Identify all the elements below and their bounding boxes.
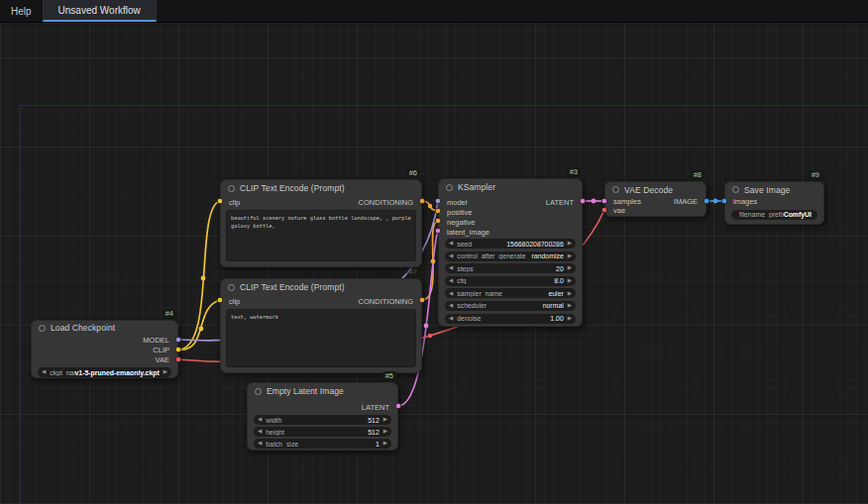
widget-value: 1.00	[550, 315, 563, 322]
node-title: Load Checkpoint	[32, 321, 177, 335]
widget-value: randomize	[532, 252, 564, 259]
output-slot-latent: LATENT	[362, 403, 389, 412]
widget-label: cfg	[457, 277, 554, 284]
collapse-icon[interactable]	[39, 325, 46, 332]
widget-seed[interactable]: ◀ seed 156680208700286 ▶	[445, 239, 576, 249]
widget-value: 156680208700286	[506, 241, 563, 248]
collapse-icon[interactable]	[446, 184, 453, 191]
node-graph-canvas[interactable]: #4 Load Checkpoint MODEL CLIP VAE ◀ ckpt…	[0, 22, 868, 504]
widget-value: euler	[548, 290, 563, 297]
node-id-badge: #9	[809, 170, 822, 180]
left-arrow-icon[interactable]: ◀	[449, 291, 453, 297]
left-arrow-icon[interactable]: ◀	[449, 265, 453, 271]
node-id-badge: #7	[406, 267, 420, 277]
input-slot-samples: samples	[613, 197, 641, 206]
widget-label: filename_prefix	[739, 211, 784, 218]
left-arrow-icon[interactable]: ◀	[449, 278, 453, 284]
widget-value: normal	[543, 302, 564, 309]
right-arrow-icon[interactable]: ▶	[568, 241, 572, 247]
widget-control-after-generate[interactable]: ◀ control_after_generate randomize ▶	[445, 252, 576, 261]
node-clip-text-encode-positive[interactable]: #6 CLIP Text Encode (Prompt) clip CONDIT…	[220, 179, 422, 267]
node-save-image[interactable]: #9 Save Image images filename_prefix Com…	[724, 181, 824, 225]
output-slot-model: MODEL	[143, 336, 169, 345]
input-slot-clip: clip	[229, 198, 240, 207]
right-arrow-icon[interactable]: ▶	[568, 265, 572, 271]
left-arrow-icon[interactable]: ◀	[258, 429, 262, 435]
input-slot-images: images	[733, 197, 757, 206]
node-vae-decode[interactable]: #8 VAE Decode samples IMAGE vae	[604, 181, 706, 217]
input-slot-negative: negative	[447, 218, 475, 227]
widget-value: 1	[376, 441, 380, 448]
widget-batch-size[interactable]: ◀ batch_size 1 ▶	[254, 439, 391, 449]
widget-sampler-name[interactable]: ◀ sampler_name euler ▶	[445, 288, 576, 298]
widget-label: scheduler	[457, 302, 542, 309]
widget-width[interactable]: ◀ width 512 ▶	[254, 415, 391, 425]
output-slot-latent: LATENT	[546, 198, 574, 207]
widget-value: 512	[368, 429, 380, 436]
right-arrow-icon[interactable]: ▶	[568, 316, 572, 322]
menu-help[interactable]: Help	[0, 0, 43, 22]
node-id-badge: #3	[567, 167, 581, 177]
widget-steps[interactable]: ◀ steps 20 ▶	[445, 263, 576, 273]
widget-label: steps	[457, 265, 556, 272]
widget-value: 512	[368, 417, 380, 424]
left-arrow-icon[interactable]: ◀	[42, 369, 46, 375]
widget-value: 8.0	[554, 277, 564, 284]
widget-height[interactable]: ◀ height 512 ▶	[254, 427, 391, 437]
right-arrow-icon[interactable]: ▶	[568, 278, 572, 284]
left-arrow-icon[interactable]: ◀	[449, 316, 453, 322]
widget-ckpt-name[interactable]: ◀ ckpt_name v1-5-pruned-emaonly.ckpt ▶	[38, 367, 171, 377]
widget-label: ckpt_name	[50, 369, 74, 376]
left-arrow-icon[interactable]: ◀	[258, 417, 262, 423]
input-slot-model: model	[447, 198, 467, 207]
right-arrow-icon[interactable]: ▶	[383, 429, 387, 435]
collapse-icon[interactable]	[228, 284, 235, 291]
node-title-label: KSampler	[458, 182, 495, 192]
widget-label: batch_size	[266, 441, 376, 448]
widget-denoise[interactable]: ◀ denoise 1.00 ▶	[445, 314, 576, 324]
widget-filename-prefix[interactable]: filename_prefix ComfyUI	[731, 210, 817, 220]
right-arrow-icon[interactable]: ▶	[163, 369, 167, 375]
left-arrow-icon[interactable]: ◀	[449, 303, 453, 309]
right-arrow-icon[interactable]: ▶	[568, 253, 572, 259]
collapse-icon[interactable]	[255, 388, 262, 395]
node-title-label: Save Image	[744, 185, 790, 195]
node-load-checkpoint[interactable]: #4 Load Checkpoint MODEL CLIP VAE ◀ ckpt…	[31, 320, 178, 378]
collapse-icon[interactable]	[612, 186, 619, 193]
widget-scheduler[interactable]: ◀ scheduler normal ▶	[445, 301, 576, 311]
node-id-badge: #6	[406, 168, 420, 178]
left-arrow-icon[interactable]: ◀	[258, 441, 262, 447]
node-empty-latent-image[interactable]: #5 Empty Latent Image LATENT ◀ width 512…	[247, 382, 398, 451]
tab-unsaved-workflow[interactable]: Unsaved Workflow	[43, 0, 157, 22]
widget-cfg[interactable]: ◀ cfg 8.0 ▶	[445, 276, 576, 286]
right-arrow-icon[interactable]: ▶	[383, 441, 387, 447]
output-slot-conditioning: CONDITIONING	[359, 198, 413, 207]
node-title-label: CLIP Text Encode (Prompt)	[240, 183, 345, 193]
output-slot-clip: CLIP	[153, 346, 169, 354]
widget-label: control_after_generate	[457, 252, 531, 259]
widget-label: seed	[457, 241, 506, 248]
node-id-badge: #4	[163, 309, 176, 319]
widget-label: denoise	[457, 315, 550, 322]
widget-label: sampler_name	[457, 290, 548, 297]
node-title: Empty Latent Image	[248, 383, 397, 399]
input-slot-latent-image: latent_image	[447, 228, 489, 237]
output-slot-vae: VAE	[156, 355, 169, 364]
right-arrow-icon[interactable]: ▶	[568, 291, 572, 297]
widget-value: 20	[556, 265, 564, 272]
collapse-icon[interactable]	[228, 185, 235, 192]
prompt-text-area[interactable]: beautiful scenery nature glass bottle la…	[226, 210, 416, 261]
widget-value: ComfyUI	[784, 211, 812, 218]
right-arrow-icon[interactable]: ▶	[568, 303, 572, 309]
input-slot-vae: vae	[613, 206, 625, 215]
right-arrow-icon[interactable]: ▶	[383, 417, 387, 423]
app-window: Help Unsaved Workflow #4 Load Checkpoint…	[0, 0, 868, 504]
node-ksampler[interactable]: #3 KSampler model LATENT positive negati…	[438, 178, 583, 327]
node-id-badge: #8	[691, 170, 705, 180]
node-clip-text-encode-negative[interactable]: #7 CLIP Text Encode (Prompt) clip CONDIT…	[220, 278, 422, 373]
left-arrow-icon[interactable]: ◀	[449, 241, 453, 247]
left-arrow-icon[interactable]: ◀	[449, 253, 453, 259]
prompt-text-area[interactable]: text, watermark	[226, 309, 416, 367]
node-title: CLIP Text Encode (Prompt)	[221, 279, 421, 295]
collapse-icon[interactable]	[732, 186, 739, 193]
